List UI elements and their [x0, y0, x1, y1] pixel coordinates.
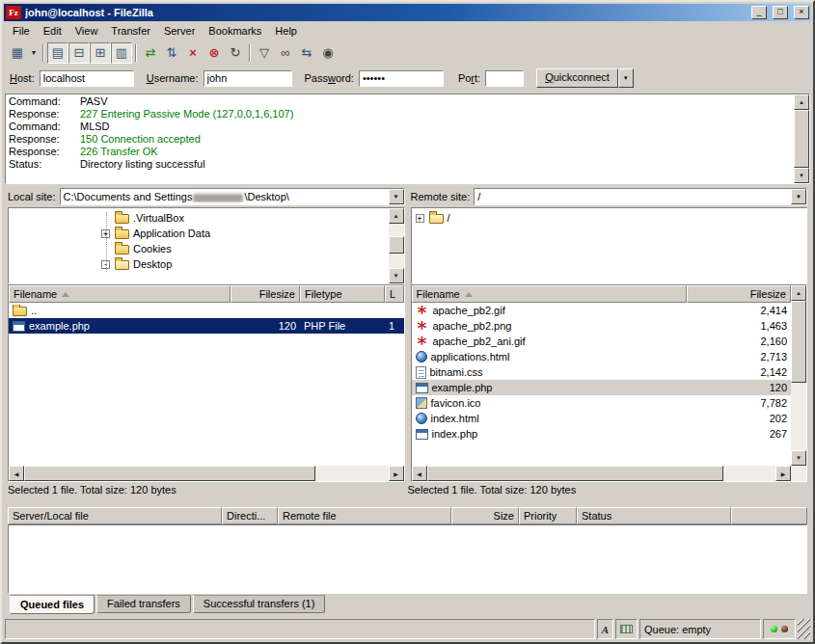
maximize-button[interactable]: □ [773, 6, 788, 19]
menu-item-help[interactable]: Help [268, 22, 304, 40]
menu-item-server[interactable]: Server [157, 22, 202, 40]
tree-expander[interactable]: - [101, 260, 110, 269]
menu-item-edit[interactable]: Edit [37, 22, 68, 40]
file-row-selected[interactable]: example.php120 [412, 380, 792, 395]
combo-dropdown-icon[interactable]: ▼ [389, 189, 404, 204]
scroll-track[interactable] [389, 224, 404, 268]
menu-item-view[interactable]: View [68, 22, 105, 40]
quickconnect-button[interactable]: Quickconnect [536, 68, 618, 88]
remote-selection-status: Selected 1 file. Total size: 120 bytes [408, 484, 808, 497]
host-input[interactable] [40, 70, 134, 87]
column-header-filename[interactable]: Filename [412, 285, 687, 303]
column-header-filesize[interactable]: Filesize [231, 285, 300, 303]
compare-icon[interactable]: ∞ [275, 42, 296, 64]
tree-item[interactable]: .VirtualBox [9, 210, 389, 226]
scroll-up-icon[interactable]: ▲ [791, 285, 806, 301]
scroll-right-icon[interactable]: ▶ [389, 466, 404, 481]
file-row[interactable]: apache_pb2.gif2,414 [412, 303, 792, 318]
scroll-down-icon[interactable]: ▼ [794, 168, 809, 183]
log-scrollbar[interactable]: ▲ ▼ [794, 94, 809, 183]
reconnect-icon[interactable]: ↻ [225, 42, 246, 64]
queue-splitter[interactable] [4, 499, 811, 507]
column-header-size[interactable]: Size [451, 507, 519, 524]
tree-expander[interactable]: + [101, 229, 110, 238]
column-header-server-local-file[interactable]: Server/Local file [8, 507, 222, 524]
scroll-thumb[interactable] [24, 466, 315, 481]
site-manager-icon[interactable]: ▦ [7, 42, 28, 64]
scroll-right-icon[interactable]: ▶ [775, 466, 791, 481]
tab-failed-transfers[interactable]: Failed transfers [96, 595, 191, 613]
file-row[interactable]: bitnami.css2,142 [412, 364, 792, 380]
column-header-filetype[interactable]: Filetype [300, 285, 385, 303]
toggle-message-log-icon[interactable]: ▤ [47, 42, 68, 64]
local-list-hscrollbar[interactable]: ◀ ▶ [9, 466, 404, 481]
scroll-track[interactable] [794, 110, 809, 168]
remote-list-hscrollbar[interactable]: ◀ ▶ [412, 466, 792, 481]
tree-item[interactable]: +/ [412, 210, 807, 226]
close-button[interactable]: × [794, 6, 809, 19]
toggle-remote-tree-icon[interactable]: ⊞ [90, 42, 111, 64]
password-input[interactable] [359, 70, 444, 87]
file-row[interactable]: index.php267 [412, 426, 792, 442]
scroll-left-icon[interactable]: ◀ [412, 466, 427, 481]
scroll-up-icon[interactable]: ▲ [389, 208, 404, 224]
resize-grip[interactable] [798, 619, 810, 639]
port-input[interactable] [485, 70, 524, 87]
tree-item[interactable]: -Desktop [9, 256, 389, 272]
tab-successful-transfers[interactable]: Successful transfers (1) [193, 595, 326, 613]
file-row[interactable]: apache_pb2.png1,463 [412, 318, 792, 334]
column-header-filesize[interactable]: Filesize [687, 285, 792, 303]
remote-site-combo[interactable]: / ▼ [474, 188, 807, 205]
refresh-icon[interactable]: ⇄ [140, 42, 161, 64]
file-row[interactable]: apache_pb2_ani.gif2,160 [412, 334, 792, 349]
file-row[interactable]: favicon.ico7,782 [412, 395, 792, 411]
disconnect-icon[interactable]: ⊗ [204, 42, 225, 64]
scroll-thumb[interactable] [791, 301, 806, 383]
menu-item-transfer[interactable]: Transfer [104, 22, 157, 40]
column-header-status[interactable]: Status [577, 507, 731, 524]
file-row[interactable]: .. [9, 303, 404, 318]
toggle-local-tree-icon[interactable]: ⊟ [68, 42, 90, 64]
tree-item[interactable]: +Application Data [9, 226, 389, 241]
minimize-button[interactable]: _ [751, 6, 767, 19]
column-header-remote-file[interactable]: Remote file [278, 507, 451, 524]
local-site-combo[interactable]: C:\Documents and Settings\Desktop\ ▼ [60, 188, 405, 205]
remote-list-scrollbar[interactable]: ▲ ▼ [791, 285, 806, 466]
scroll-thumb[interactable] [794, 110, 809, 168]
column-header-filename[interactable]: Filename [9, 285, 231, 303]
local-tree-scrollbar[interactable]: ▲ ▼ [389, 208, 404, 283]
title-bar[interactable]: Fz john@localhost - FileZilla _ □ × [4, 4, 811, 21]
scroll-up-icon[interactable]: ▲ [794, 94, 809, 110]
scroll-track[interactable] [427, 466, 776, 481]
process-queue-icon[interactable]: ⇅ [161, 42, 182, 64]
column-header-priority[interactable]: Priority [519, 507, 577, 524]
scroll-thumb[interactable] [427, 466, 723, 481]
find-files-icon[interactable]: ◉ [317, 42, 339, 64]
scroll-down-icon[interactable]: ▼ [791, 450, 806, 466]
sync-browse-icon[interactable]: ⇆ [296, 42, 317, 64]
toggle-transfer-queue-icon[interactable]: ▥ [111, 42, 132, 64]
column-header-direction[interactable]: Directi... [222, 507, 278, 524]
menu-item-file[interactable]: File [6, 22, 37, 40]
menu-item-bookmarks[interactable]: Bookmarks [202, 22, 268, 40]
scroll-thumb[interactable] [389, 236, 404, 254]
local-site-label: Local site: [8, 191, 56, 202]
filter-icon[interactable]: ▽ [254, 42, 275, 64]
combo-dropdown-icon[interactable]: ▼ [791, 189, 806, 204]
scroll-track[interactable] [24, 466, 389, 481]
file-row[interactable]: index.html202 [412, 411, 792, 426]
cancel-icon[interactable]: × [182, 42, 204, 64]
tree-expander[interactable]: + [416, 214, 424, 223]
scroll-left-icon[interactable]: ◀ [9, 466, 24, 481]
quickconnect-dropdown[interactable]: ▼ [618, 68, 634, 88]
scroll-down-icon[interactable]: ▼ [389, 268, 404, 283]
username-input[interactable] [204, 70, 292, 87]
scroll-track[interactable] [791, 301, 806, 450]
column-header-lastmodified[interactable]: L [385, 285, 404, 303]
file-row[interactable]: applications.html2,713 [412, 349, 792, 364]
tab-queued-files[interactable]: Queued files [10, 595, 95, 614]
file-row-selected[interactable]: example.php 120 PHP File 1 [9, 318, 404, 334]
site-manager-dropdown-icon[interactable]: ▼ [28, 42, 40, 64]
queue-list[interactable] [8, 524, 807, 594]
tree-item[interactable]: Cookies [9, 241, 389, 256]
